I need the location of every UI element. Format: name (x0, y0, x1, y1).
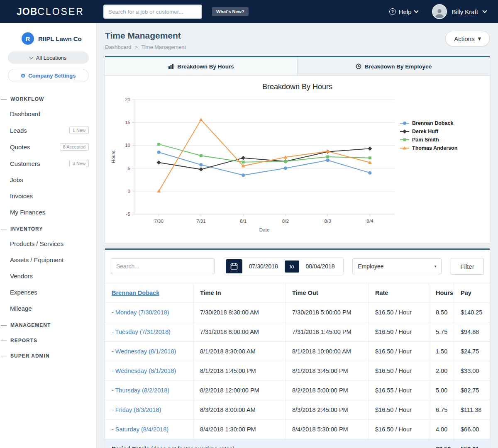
user-name: Billy Kraft (452, 8, 478, 15)
breadcrumb-dashboard[interactable]: Dashboard (105, 44, 132, 50)
sidebar-item-label: Jobs (10, 176, 89, 183)
chart-tabs: Breakdown By HoursBreakdown By Employee (105, 57, 490, 76)
day-link[interactable]: - Tuesday (7/31/2018) (112, 329, 171, 335)
breadcrumb-separator: > (135, 44, 138, 50)
sidebar-item-leads[interactable]: Leads1 New (0, 122, 96, 139)
day-link[interactable]: - Monday (7/30/2018) (112, 309, 169, 316)
logo-light: CLOSER (37, 6, 84, 17)
chart-title: Breakdown By Hours (109, 83, 486, 91)
employee-select[interactable]: Employee ▼ (352, 258, 442, 274)
calendar-icon (230, 263, 238, 270)
cell-time-in: 7/31/2018 8:00:00 AM (193, 322, 285, 341)
date-to-field[interactable]: 08/04/2018 (299, 263, 342, 270)
cell-rate: $16.55 / Hour (368, 381, 429, 400)
sidebar-item-jobs[interactable]: Jobs (0, 172, 96, 188)
company-row[interactable]: R RIIPL Lawn Co (0, 32, 96, 45)
sidebar-item-label: Leads (10, 127, 69, 134)
sidebar-item-vendors[interactable]: Vendors (0, 268, 96, 284)
day-link[interactable]: - Wednesday (8/1/2018) (112, 368, 176, 374)
employee-select-value: Employee (358, 263, 383, 270)
user-avatar[interactable] (432, 4, 447, 19)
sidebar-item-dashboard[interactable]: Dashboard (0, 106, 96, 122)
cell-time-out: 8/2/2018 5:00:00 PM (285, 381, 368, 400)
sidebar-item-assets-equipment[interactable]: Assets / Equipment (0, 252, 96, 268)
sidebar-item-quotes[interactable]: Quotes8 Accepted (0, 139, 96, 155)
employee-name-link[interactable]: Brennan Doback (112, 290, 159, 296)
topbar: JOBCLOSER What's New? ? Help Billy Kraft (0, 0, 498, 23)
nav-section-label: WORKFLOW (10, 96, 44, 102)
sidebar-item-invoices[interactable]: Invoices (0, 188, 96, 204)
day-link[interactable]: - Friday (8/3/2018) (112, 407, 161, 413)
timesheet-card: 07/30/2018 to 08/04/2018 Employee ▼ Filt… (105, 248, 490, 448)
svg-text:8/4: 8/4 (366, 219, 374, 224)
tab-breakdown-by-employee[interactable]: Breakdown By Employee (297, 57, 490, 75)
sidebar-item-mileage[interactable]: Mileage (0, 300, 96, 317)
nav-section-management[interactable]: MANAGEMENT (0, 317, 96, 332)
cell-pay: $94.88 (454, 322, 490, 341)
day-link[interactable]: - Saturday (8/4/2018) (112, 426, 168, 433)
global-search-input[interactable] (103, 5, 202, 19)
user-menu-chevron-icon[interactable] (482, 8, 487, 13)
breadcrumb-current: Time Management (141, 44, 186, 50)
nav-section-inventory[interactable]: INVENTORY (0, 220, 96, 236)
table-row: - Tuesday (7/31/2018)7/31/2018 8:00:00 A… (105, 322, 490, 341)
cell-rate: $16.50 / Hour (368, 322, 429, 341)
nav-section-reports[interactable]: REPORTS (0, 332, 96, 347)
hours-line-chart: -5051015207/307/318/18/28/38/4DateHours (109, 94, 400, 237)
table-header-pay: Pay (454, 283, 490, 302)
legend-item-brennan-doback: Brennan Doback (400, 120, 481, 126)
cell-time-in: 8/3/2018 8:00:00 AM (193, 400, 285, 419)
locations-dropdown[interactable]: All Locations (8, 51, 89, 64)
legend-item-pam-smith: Pam Smith (400, 137, 481, 143)
section-dash-icon (1, 325, 7, 326)
sidebar-item-products-services[interactable]: Products / Services (0, 236, 96, 252)
cell-rate: $16.50 / Hour (368, 361, 429, 380)
help-menu[interactable]: ? Help (389, 8, 418, 15)
table-search-input[interactable] (111, 258, 215, 274)
caret-down-icon: ▾ (478, 35, 481, 42)
legend-label: Pam Smith (412, 137, 439, 143)
filter-row: 07/30/2018 to 08/04/2018 Employee ▼ Filt… (105, 250, 490, 283)
nav-section-workflow[interactable]: WORKFLOW (0, 90, 96, 106)
cell-hours: 4.00 (429, 420, 454, 439)
sidebar-item-label: Assets / Equipment (10, 256, 89, 263)
date-from-field[interactable]: 07/30/2018 (242, 263, 285, 270)
legend-label: Thomas Anderson (412, 145, 457, 151)
filter-button[interactable]: Filter (451, 258, 484, 275)
day-link[interactable]: - Wednesday (8/1/2018) (112, 348, 176, 355)
section-dash-icon (1, 99, 7, 100)
cell-hours: 2.00 (429, 361, 454, 380)
tab-breakdown-by-hours[interactable]: Breakdown By Hours (105, 57, 297, 75)
nav-section-super-admin[interactable]: SUPER ADMIN (0, 347, 96, 363)
sidebar-item-customers[interactable]: Customers3 New (0, 155, 96, 172)
nav-section-label: MANAGEMENT (10, 322, 51, 328)
cell-day: - Thursday (8/2/2018) (105, 381, 193, 400)
svg-text:8/2: 8/2 (282, 219, 289, 224)
nav-section-label: REPORTS (10, 338, 37, 343)
actions-button[interactable]: Actions ▾ (445, 31, 490, 46)
cell-hours: 6.75 (429, 400, 454, 419)
totals-hours: 33.50 (429, 439, 454, 448)
cell-pay: $111.38 (454, 400, 490, 419)
cell-day: - Friday (8/3/2018) (105, 400, 193, 419)
whats-new-button[interactable]: What's New? (212, 7, 249, 16)
company-settings-button[interactable]: ⚙ Company Settings (8, 69, 89, 82)
cell-time-in: 7/30/2018 8:30:00 AM (193, 303, 285, 322)
svg-text:7/31: 7/31 (196, 219, 205, 224)
main-content: Time Management Dashboard > Time Managem… (97, 23, 498, 448)
sidebar-item-expenses[interactable]: Expenses (0, 284, 96, 300)
sidebar-item-label: Dashboard (10, 110, 89, 117)
logo-bold: JOB (17, 6, 37, 17)
calendar-button[interactable] (226, 259, 242, 273)
svg-text:8/3: 8/3 (325, 219, 331, 224)
table-totals-row: Period Totals (does not factor overtime … (105, 439, 490, 448)
legend-marker-icon (400, 129, 410, 134)
app-logo[interactable]: JOBCLOSER (17, 6, 84, 17)
person-icon (434, 7, 445, 18)
day-link[interactable]: - Thursday (8/2/2018) (112, 387, 169, 394)
sidebar: R RIIPL Lawn Co All Locations ⚙ Company … (0, 23, 97, 448)
sidebar-item-my-finances[interactable]: My Finances (0, 204, 96, 220)
cell-rate: $16.50 / Hour (368, 342, 429, 361)
table-header-hours: Hours (429, 283, 454, 302)
gear-icon: ⚙ (21, 73, 26, 79)
